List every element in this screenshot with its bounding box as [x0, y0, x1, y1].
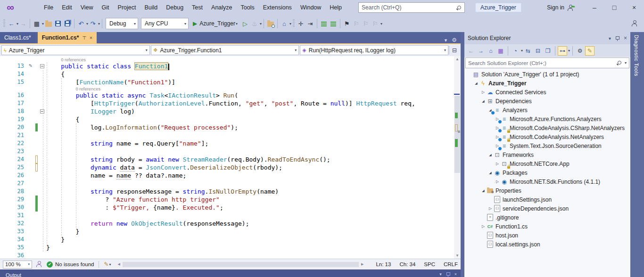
collapse-region-icon[interactable]	[40, 109, 44, 114]
quick-search-input[interactable]: Search (Ctrl+Q)	[358, 2, 465, 13]
tab-class1-cs-[interactable]: Class1.cs*	[0, 32, 35, 43]
scroll-left-icon[interactable]: ◀	[118, 262, 120, 266]
code-text[interactable]: return new OkObjectResult(responseMessag…	[46, 220, 249, 228]
code-line-24[interactable]: 24 string rbody = await new StreamReader…	[0, 155, 454, 163]
previous-bookmark-button[interactable]: ⚐	[352, 18, 361, 29]
maximize-button[interactable]: □	[604, 0, 624, 15]
code-line-13[interactable]: 13✎ public static class Function1	[0, 62, 454, 70]
close-button[interactable]: ×	[624, 0, 644, 15]
se-collapse-all-button[interactable]: ⊟	[533, 46, 543, 56]
uncomment-selection-button[interactable]	[329, 18, 338, 29]
se-pin-icon[interactable]	[615, 36, 619, 41]
outline-margin[interactable]	[39, 62, 46, 70]
tree-item-solution-azure-trigger-1-of-1-project-[interactable]: ▤Solution 'Azure_Trigger' (1 of 1 projec…	[464, 70, 630, 79]
undo-button[interactable]: ↶	[76, 18, 86, 29]
tree-item-analyzers[interactable]: ◢≡Analyzers	[464, 106, 630, 114]
pointer-mode-button[interactable]: ✛	[296, 18, 305, 29]
se-properties-button[interactable]: ⚙	[575, 46, 585, 56]
output-close-icon[interactable]: ×	[454, 272, 457, 277]
se-switch-views-button[interactable]: ▦	[496, 46, 505, 56]
clear-bookmarks-button[interactable]: ⚐	[371, 18, 380, 29]
scroll-right-icon[interactable]: ▶	[361, 262, 363, 266]
code-cleanup-caret-icon[interactable]: ▾	[109, 262, 111, 267]
zoom-level-combo[interactable]: 100 % ▾	[3, 261, 32, 269]
se-sync-button[interactable]: ⇆	[523, 46, 533, 56]
breakpoint-margin[interactable]	[0, 131, 8, 139]
tree-item-dependencies[interactable]: ◢⊞Dependencies	[464, 97, 630, 106]
se-search-caret-icon[interactable]: ▾	[625, 61, 627, 65]
toggle-bookmark-button[interactable]: ⚑	[342, 18, 352, 29]
breakpoint-margin[interactable]	[0, 91, 8, 99]
codelens-references[interactable]: 0 references	[0, 86, 454, 91]
navigate-backward-button[interactable]: ←	[7, 18, 16, 29]
breakpoint-margin[interactable]	[0, 196, 8, 204]
save-all-button[interactable]	[63, 18, 72, 29]
code-editor[interactable]: 0 references13✎ public static class Func…	[0, 56, 461, 259]
tree-collapse-arrow-icon[interactable]: ◢	[487, 171, 493, 175]
code-line-36[interactable]: 36	[0, 252, 454, 259]
code-line-19[interactable]: 19 {	[0, 115, 454, 123]
menu-extensions[interactable]: Extensions	[259, 0, 296, 15]
menu-git[interactable]: Git	[98, 0, 114, 15]
editor-vertical-scrollbar[interactable]: ▲ ▼	[454, 56, 461, 259]
code-line-14[interactable]: 14 {	[0, 70, 454, 78]
breakpoint-margin[interactable]	[0, 78, 8, 86]
tree-item--gitignore[interactable]: ≡.gitignore	[464, 213, 630, 222]
se-preview-button[interactable]: ❐	[543, 46, 553, 56]
code-text[interactable]: log.LogInformation("Request processed");	[46, 123, 238, 131]
code-text[interactable]: string responseMessage = string.IsNullOr…	[46, 187, 279, 196]
tree-item-microsoft-codeanalysis-csharp-netanalyze[interactable]: ▷≡Microsoft.CodeAnalysis.CSharp.NetAnaly…	[464, 123, 630, 132]
code-text[interactable]: ILogger log)	[46, 107, 135, 115]
navigate-forward-button[interactable]: →	[18, 18, 28, 29]
scroll-up-icon[interactable]: ▲	[454, 57, 461, 61]
code-line-35[interactable]: 35}	[0, 244, 454, 252]
code-text[interactable]: public static class Function1	[46, 62, 169, 70]
tree-item-connected-services[interactable]: ▷☁Connected Services	[464, 88, 630, 97]
breakpoint-margin[interactable]	[0, 212, 8, 220]
breakpoint-margin[interactable]	[0, 62, 8, 70]
se-nesting-caret-icon[interactable]: ▾	[568, 49, 570, 53]
sign-in-person-icon[interactable]	[567, 5, 573, 10]
tree-expand-arrow-icon[interactable]: ▷	[487, 206, 493, 211]
overflow-caret-icon[interactable]: ▾	[289, 22, 291, 26]
code-line-26[interactable]: 26 name = name ?? data?.name;	[0, 171, 454, 179]
tree-collapse-arrow-icon[interactable]: ◢	[480, 189, 486, 193]
tree-expand-arrow-icon[interactable]: ▷	[480, 90, 486, 94]
se-pending-changes-filter-button[interactable]: ◔	[511, 46, 520, 56]
se-home-button[interactable]: ⌂	[486, 46, 495, 56]
code-line-17[interactable]: 17 [HttpTrigger(AuthorizationLevel.Funct…	[0, 99, 454, 107]
new-project-button[interactable]: ▦	[32, 18, 41, 29]
breakpoint-margin[interactable]	[0, 171, 8, 179]
code-line-31[interactable]: 31	[0, 212, 454, 220]
solution-platforms-combo[interactable]: Any CPU ▾	[141, 18, 189, 29]
tabstrip-gear-icon[interactable]: ⚙	[452, 37, 457, 43]
se-back-button[interactable]: ←	[466, 46, 476, 56]
menu-edit[interactable]: Edit	[58, 0, 76, 15]
breakpoint-margin[interactable]	[0, 179, 8, 187]
code-line-29[interactable]: 29 ? "Azure function http trigger"	[0, 196, 454, 204]
breakpoint-margin[interactable]	[0, 147, 8, 155]
tree-expand-arrow-icon[interactable]: ▷	[495, 162, 500, 166]
accessibility-button[interactable]	[36, 261, 42, 268]
code-line-20[interactable]: 20 log.LogInformation("Request processed…	[0, 123, 454, 131]
collapse-region-icon[interactable]	[40, 64, 44, 68]
tree-item-launchsettings-json[interactable]: {}launchSettings.json	[464, 195, 630, 204]
scrollbar-thumb[interactable]	[123, 262, 359, 267]
editor-horizontal-scrollbar[interactable]: ◀ ▶	[118, 262, 364, 267]
code-line-15[interactable]: 15 [FunctionName("Function1")]	[0, 78, 454, 86]
sign-in-button[interactable]: Sign in	[547, 4, 564, 11]
code-text[interactable]: [HttpTrigger(AuthorizationLevel.Function…	[46, 99, 415, 107]
codelens-label[interactable]: 0 references	[61, 57, 86, 62]
output-pin-icon[interactable]	[446, 272, 450, 277]
menu-tools[interactable]: Tools	[237, 0, 259, 15]
project-dropdown[interactable]: ϟ Azure_Trigger ▾	[1, 45, 150, 55]
tree-item-local-settings-json[interactable]: {}local.settings.json	[464, 240, 630, 249]
breakpoint-margin[interactable]	[0, 70, 8, 78]
start-without-debugging-button[interactable]: ▷	[240, 18, 250, 29]
code-text[interactable]: string name = req.Query["name"];	[46, 139, 208, 147]
breakpoint-margin[interactable]	[0, 228, 8, 236]
tab-diagnostic-tools[interactable]: Diagnostic Tools	[634, 35, 639, 76]
output-panel-titlebar[interactable]: Output ▾ ×	[0, 269, 461, 277]
breakpoint-margin[interactable]	[0, 220, 8, 228]
tree-item-host-json[interactable]: {}host.json	[464, 231, 630, 240]
